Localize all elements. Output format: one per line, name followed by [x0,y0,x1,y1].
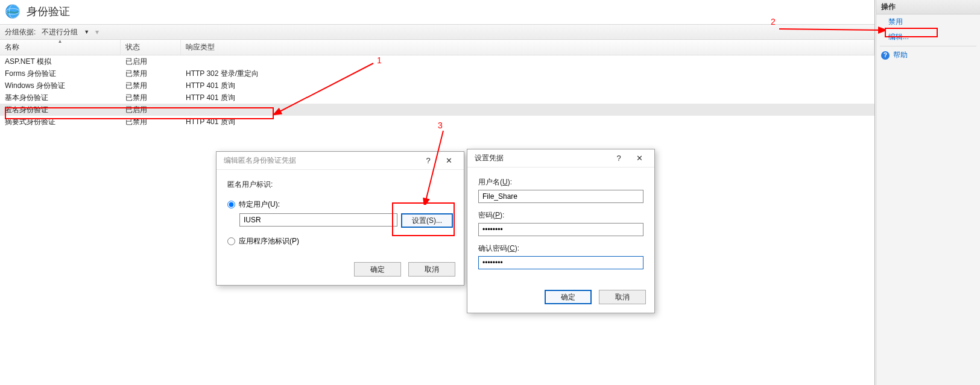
sort-asc-icon: ▲ [58,39,63,44]
dialog-cred-buttons: 确定 取消 [467,284,654,313]
dialog-anon-body: 匿名用户标识: 特定用户(U): 设置(S)... 应用程序池标识(P) [217,170,464,256]
annotation-number-3: 3 [438,121,443,130]
cell-response: HTTP 401 质询 [181,93,874,103]
cell-name: 基本身份验证 [0,93,121,103]
dialog-edit-anonymous: 编辑匿名身份验证凭据 ? ✕ 匿名用户标识: 特定用户(U): 设置(S)...… [216,151,464,286]
username-label: 用户名(U): [478,177,643,187]
group-by-toolbar: 分组依据: 不进行分组 ▼ ▾ [0,24,874,40]
password-label: 密码(P): [478,210,643,221]
cell-response: HTTP 302 登录/重定向 [181,69,874,79]
cell-name: 摘要式身份验证 [0,117,121,127]
column-headers: 名称 ▲ 状态 响应类型 [0,40,874,55]
dialog-anon-cancel-button[interactable]: 取消 [408,262,455,277]
column-header-name[interactable]: 名称 ▲ [0,40,121,55]
radio-specific-user[interactable]: 特定用户(U): [227,199,453,210]
cell-status: 已禁用 [121,69,181,79]
auth-list: ASP.NET 模拟 已启用 Forms 身份验证 已禁用 HTTP 302 登… [0,55,874,128]
dialog-cred-body: 用户名(U): 密码(P): 确认密码(C): [467,167,654,284]
cell-name: Windows 身份验证 [0,81,121,91]
dialog-anon-buttons: 确定 取消 [217,256,464,285]
dialog-set-credentials: 设置凭据 ? ✕ 用户名(U): 密码(P): 确认密码(C): 确定 取消 [467,149,655,313]
dialog-anon-title: 编辑匿名身份验证凭据 [224,155,296,166]
specific-user-input[interactable] [239,213,397,227]
table-row[interactable]: ASP.NET 模拟 已启用 [0,55,874,67]
dialog-cred-ok-button[interactable]: 确定 [545,290,592,304]
radio-app-pool-identity-input[interactable] [227,237,235,245]
radio-specific-user-input[interactable] [227,201,235,208]
set-credentials-button[interactable]: 设置(S)... [401,213,453,228]
confirm-password-label: 确认密码(C): [478,243,643,254]
username-input[interactable] [478,190,643,203]
chevron-down-icon: ▼ [84,29,89,35]
dialog-cred-cancel-button[interactable]: 取消 [599,290,646,304]
table-row-selected[interactable]: 匿名身份验证 已启用 [0,104,874,116]
table-row[interactable]: 摘要式身份验证 已禁用 HTTP 401 质询 [0,116,874,128]
cell-status: 已禁用 [121,81,181,91]
dialog-anon-help-button[interactable]: ? [418,154,438,167]
action-edit[interactable]: 编辑... [876,30,980,45]
actions-separator [880,46,976,46]
globe-icon [5,4,21,19]
cell-status: 已启用 [121,105,181,115]
column-header-status[interactable]: 状态 [121,40,181,55]
group-by-label: 分组依据: [5,27,36,37]
page-header: 身份验证 [0,0,874,24]
cell-status: 已禁用 [121,93,181,103]
dialog-anon-close-button[interactable]: ✕ [438,154,459,167]
cell-response: HTTP 401 质询 [181,117,874,127]
dialog-anon-titlebar[interactable]: 编辑匿名身份验证凭据 ? ✕ [217,152,464,170]
table-row[interactable]: Windows 身份验证 已禁用 HTTP 401 质询 [0,80,874,92]
table-row[interactable]: 基本身份验证 已禁用 HTTP 401 质询 [0,92,874,104]
page-title: 身份验证 [27,4,70,19]
actions-pane: 操作 禁用 编辑... ? 帮助 [876,0,980,385]
cell-status: 已启用 [121,57,181,67]
cell-status: 已禁用 [121,117,181,127]
action-disable[interactable]: 禁用 [876,14,980,30]
action-help-label: 帮助 [893,50,908,60]
cell-name: Forms 身份验证 [0,69,121,79]
password-input[interactable] [478,223,643,236]
column-header-response[interactable]: 响应类型 [181,40,874,55]
cell-name: 匿名身份验证 [0,105,121,115]
help-icon: ? [881,51,890,60]
dialog-cred-close-button[interactable]: ✕ [629,152,650,165]
confirm-password-input[interactable] [478,256,643,269]
annotation-number-1: 1 [377,55,382,65]
annotation-number-2: 2 [771,17,776,27]
column-header-name-label: 名称 [5,43,19,51]
cell-response: HTTP 401 质询 [181,81,874,91]
group-by-value: 不进行分组 [42,27,78,37]
action-help[interactable]: ? 帮助 [876,48,980,63]
actions-title: 操作 [876,0,980,14]
dialog-cred-help-button[interactable]: ? [609,152,629,165]
dialog-cred-title: 设置凭据 [475,153,504,163]
radio-app-pool-identity-label: 应用程序池标识(P) [239,236,299,246]
radio-app-pool-identity[interactable]: 应用程序池标识(P) [227,236,453,246]
table-row[interactable]: Forms 身份验证 已禁用 HTTP 302 登录/重定向 [0,67,874,80]
anon-identity-label: 匿名用户标识: [227,180,453,190]
dialog-cred-titlebar[interactable]: 设置凭据 ? ✕ [467,149,654,167]
group-by-select[interactable]: 不进行分组 ▼ [38,27,93,37]
cell-name: ASP.NET 模拟 [0,57,121,67]
dialog-anon-ok-button[interactable]: 确定 [354,262,401,277]
radio-specific-user-label: 特定用户(U): [239,199,280,210]
toolbar-separator: ▾ [95,28,99,36]
